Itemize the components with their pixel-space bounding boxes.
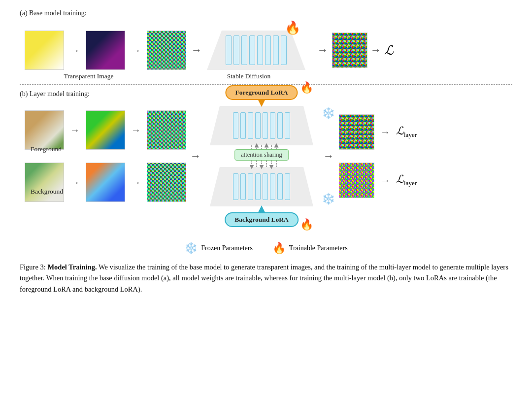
bg-sd-columns bbox=[210, 167, 313, 206]
legend: ❄️ Frozen Parameters 🔥 Trainable Paramet… bbox=[20, 242, 512, 255]
output-image-a bbox=[332, 33, 367, 68]
arrow-3: → bbox=[191, 44, 202, 57]
arrow-to-sd-layer: → bbox=[190, 150, 201, 163]
loss-label-a: ℒ bbox=[384, 43, 394, 58]
section-a: → → → bbox=[20, 28, 512, 72]
arrow-out-fg: → bbox=[380, 127, 390, 138]
dual-sd-block: attention sharing Foreground LoRA 🔥 ❄️ B… bbox=[205, 102, 318, 210]
attention-sharing-label: attention sharing bbox=[234, 149, 289, 161]
arrow-from-sd-layer: → bbox=[323, 150, 334, 163]
label-stable-diffusion: Stable Diffusion bbox=[202, 72, 296, 80]
fg-output-image bbox=[339, 114, 374, 150]
stable-diffusion-block: 🔥 bbox=[207, 28, 305, 72]
fg-output-row: → ℒlayer bbox=[339, 114, 417, 150]
section-b: → → → → → bbox=[20, 102, 512, 210]
fire-icon-a: 🔥 bbox=[285, 20, 300, 35]
output-col-layer: → ℒlayer → ℒlayer bbox=[339, 114, 417, 198]
section-a-labels: Transparent Image Stable Diffusion bbox=[20, 72, 512, 80]
fg-sd-columns bbox=[210, 106, 313, 145]
fg-image-2 bbox=[86, 110, 125, 150]
snowflake-bg: ❄️ bbox=[322, 193, 335, 205]
legend-frozen: ❄️ Frozen Parameters bbox=[184, 242, 253, 255]
section-divider bbox=[20, 84, 512, 85]
transparent-image-2 bbox=[86, 31, 125, 70]
bg-output-row: → ℒlayer bbox=[339, 163, 417, 198]
foreground-row: → → bbox=[25, 110, 186, 150]
arrow-fg-2: → bbox=[131, 125, 141, 136]
fire-bg-lora: 🔥 bbox=[300, 218, 313, 231]
loss-label-bg: ℒlayer bbox=[396, 173, 417, 187]
label-transparent: Transparent Image bbox=[34, 72, 143, 80]
snowflake-fg: ❄️ bbox=[322, 107, 335, 120]
layer-row-labels: Foreground Background bbox=[31, 145, 63, 196]
figure-caption: Figure 3: Model Training. We visualize t… bbox=[20, 262, 512, 295]
foreground-lora-label: Foreground LoRA bbox=[225, 85, 298, 100]
transparent-image-1 bbox=[25, 31, 64, 70]
transparent-image-3 bbox=[147, 31, 186, 70]
arrow-bg-2: → bbox=[131, 177, 141, 188]
section-a-label: (a) Base model training: bbox=[20, 9, 87, 17]
fire-fg-lora: 🔥 bbox=[300, 81, 313, 94]
arrow-1: → bbox=[70, 45, 80, 56]
arrow-5: → bbox=[370, 44, 381, 57]
legend-trainable: 🔥 Trainable Parameters bbox=[272, 242, 348, 255]
section-b-label: (b) Layer model training: bbox=[20, 90, 90, 98]
figure-num: Figure 3: bbox=[20, 263, 46, 271]
fg-image-3 bbox=[147, 110, 186, 150]
legend-snowflake-icon: ❄️ bbox=[184, 242, 198, 255]
arrow-fg-1: → bbox=[70, 125, 80, 136]
arrow-2: → bbox=[131, 45, 141, 56]
figure-title: Model Training. bbox=[47, 263, 97, 271]
label-foreground: Foreground bbox=[31, 145, 63, 153]
legend-trainable-label: Trainable Parameters bbox=[289, 244, 348, 252]
arrow-out-bg: → bbox=[380, 175, 390, 186]
arrow-bg-1: → bbox=[70, 177, 80, 188]
legend-fire-icon: 🔥 bbox=[272, 242, 286, 255]
loss-label-fg: ℒlayer bbox=[396, 125, 417, 139]
background-lora-label: Background LoRA bbox=[225, 212, 299, 227]
arrow-4: → bbox=[317, 44, 328, 57]
bg-image-3 bbox=[147, 163, 186, 202]
fg-image-1 bbox=[25, 110, 64, 150]
bg-output-image bbox=[339, 163, 374, 198]
legend-frozen-label: Frozen Parameters bbox=[201, 244, 253, 252]
bg-image-2 bbox=[86, 163, 125, 202]
main-container: (a) Base model training: → → → bbox=[0, 0, 532, 302]
label-background: Background bbox=[31, 188, 63, 196]
